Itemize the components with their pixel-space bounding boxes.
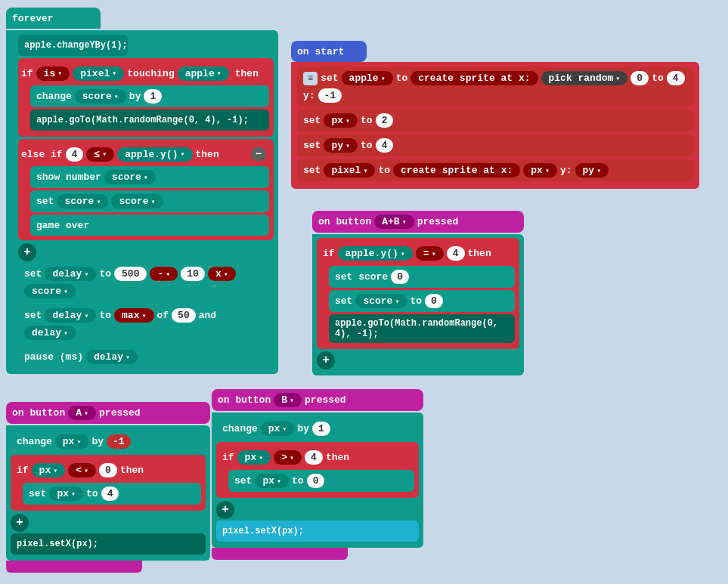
ab-pill[interactable]: A+B xyxy=(374,215,414,229)
pick-random-pill[interactable]: pick random xyxy=(541,71,628,85)
val-4-pill: 4 xyxy=(66,147,84,162)
py-pill[interactable]: py xyxy=(324,138,358,153)
val-neg1-2: -1 xyxy=(107,434,131,449)
on-button-a-header: on button A pressed xyxy=(6,402,210,424)
if-px-gt-block: if px > 4 then xyxy=(216,446,414,468)
on-button-a-block: on button A pressed change px by -1 if p… xyxy=(6,400,210,573)
if3-label: if xyxy=(17,465,29,476)
apple-y-pill[interactable]: apple.y() xyxy=(117,147,192,162)
delay-pill3[interactable]: delay xyxy=(24,326,76,340)
val-4-4: 4 xyxy=(447,246,465,261)
if-px-lt-block: if px < 0 then xyxy=(11,459,201,481)
set-py-label: set xyxy=(303,140,321,151)
on-button-ab-label: on button xyxy=(318,216,371,227)
val-0: 0 xyxy=(630,71,649,85)
apple-pill[interactable]: apple xyxy=(178,66,229,81)
create-sprite2-label: create sprite at x: xyxy=(393,163,520,178)
x-op-pill[interactable]: x xyxy=(208,267,236,281)
score-pill2[interactable]: score xyxy=(104,170,156,184)
delay-pill[interactable]: delay xyxy=(45,267,96,281)
lte-pill[interactable]: ≤ xyxy=(86,147,114,162)
is-pill[interactable]: is xyxy=(36,66,70,81)
apple-goto2-text: apple.goTo(Math.randomRange(0, 4), -1); xyxy=(335,318,509,339)
pixel-pill[interactable]: pixel xyxy=(73,66,124,81)
val-10: 10 xyxy=(181,267,205,281)
set-pixel-label: set xyxy=(303,165,321,176)
pixel-pill2[interactable]: pixel xyxy=(324,163,375,178)
plus-connector2[interactable]: + xyxy=(317,351,335,369)
set-label3: set xyxy=(24,310,42,321)
to-label5: to xyxy=(361,115,373,126)
score-pill4[interactable]: score xyxy=(24,284,76,298)
set-apple-block: ≡ set apple to create sprite at x: pick … xyxy=(297,67,693,107)
a-pill[interactable]: A xyxy=(68,406,96,420)
if-touching-block: if is pixel touching apple then xyxy=(18,63,269,84)
create-sprite-label: create sprite at x: xyxy=(410,71,537,85)
set-px-block: set px to 2 xyxy=(297,110,693,131)
set-px-4-block: set px to 4 xyxy=(23,483,201,505)
minus-button[interactable]: − xyxy=(251,147,266,162)
val-neg1: -1 xyxy=(318,88,342,103)
px-pill4[interactable]: px xyxy=(32,463,66,477)
else-if-block: else if 4 ≤ apple.y() then − show number… xyxy=(18,139,274,240)
game-over-label: game over xyxy=(36,220,89,231)
list-icon: ≡ xyxy=(303,72,318,85)
forever-block: forever apple.changeYBy(1); if is pixel … xyxy=(6,6,278,374)
if-apple-y-block: if apple.y() = 4 then xyxy=(317,243,515,264)
max-pill[interactable]: max xyxy=(114,308,153,323)
pause-label: pause (ms) xyxy=(24,351,83,363)
gt-pill[interactable]: > xyxy=(274,450,302,465)
py-pill2[interactable]: py xyxy=(575,163,609,178)
val-1: 1 xyxy=(144,89,162,104)
score-val-pill[interactable]: score xyxy=(111,194,163,209)
px-pill3[interactable]: px xyxy=(55,434,89,449)
on-button-a-footer xyxy=(6,561,142,573)
px-pill7[interactable]: px xyxy=(237,450,271,465)
pixel-setx2-block: pixel.setX(px); xyxy=(216,521,419,542)
val-50: 50 xyxy=(172,308,196,323)
else-if-row: else if 4 ≤ apple.y() then − xyxy=(18,144,269,165)
set-delay2-block: set delay to max of 50 and delay xyxy=(18,304,274,344)
to-label3: to xyxy=(396,73,408,84)
score-pill3[interactable]: score xyxy=(57,194,108,209)
set-delay-block: set delay to 500 - 10 x score xyxy=(18,263,274,302)
delay-pill4[interactable]: delay xyxy=(86,350,138,364)
score-pill5[interactable]: score xyxy=(355,294,407,308)
pause-block: pause (ms) delay xyxy=(18,346,274,368)
to-label6: to xyxy=(361,140,373,151)
plus-connector4[interactable]: + xyxy=(216,501,234,519)
then3-label: then xyxy=(120,465,144,476)
px-pill[interactable]: px xyxy=(324,113,358,128)
px-pill5[interactable]: px xyxy=(49,487,83,501)
apple-y-pill2[interactable]: apple.y() xyxy=(338,246,413,261)
forever-header: forever xyxy=(6,8,101,29)
forever-label: forever xyxy=(12,13,54,24)
change-score-block: change score by 1 xyxy=(30,85,269,107)
apple-pill2[interactable]: apple xyxy=(342,71,393,85)
minus-op-pill[interactable]: - xyxy=(150,267,178,281)
then-label2: then xyxy=(196,149,219,160)
b-pill[interactable]: B xyxy=(274,393,302,407)
set-px-label: set xyxy=(303,115,321,126)
then2-label: then xyxy=(468,248,491,259)
plus-connector3[interactable]: + xyxy=(11,514,29,532)
lt-pill[interactable]: < xyxy=(68,463,96,477)
val-0-2: 0 xyxy=(391,270,409,284)
set-apple-label: set xyxy=(321,73,338,84)
eq-pill[interactable]: = xyxy=(416,246,444,261)
y-label2: y: xyxy=(560,165,572,176)
pixel-setx-text: pixel.setX(px); xyxy=(17,539,98,549)
px-pill8[interactable]: px xyxy=(255,474,289,488)
plus-connector[interactable]: + xyxy=(18,243,36,261)
to-label7: to xyxy=(378,165,390,176)
score-pill[interactable]: score xyxy=(75,89,126,104)
delay-pill2[interactable]: delay xyxy=(45,308,96,323)
to-label: to xyxy=(99,268,111,280)
and-label: and xyxy=(199,310,216,321)
if-label: if xyxy=(21,68,33,79)
px-pill6[interactable]: px xyxy=(261,422,295,436)
px-pill2[interactable]: px xyxy=(523,163,557,178)
show-number-label: show number xyxy=(36,171,101,183)
set-px-0-block: set px to 0 xyxy=(228,470,414,492)
set-score0-label: set score xyxy=(335,271,388,283)
